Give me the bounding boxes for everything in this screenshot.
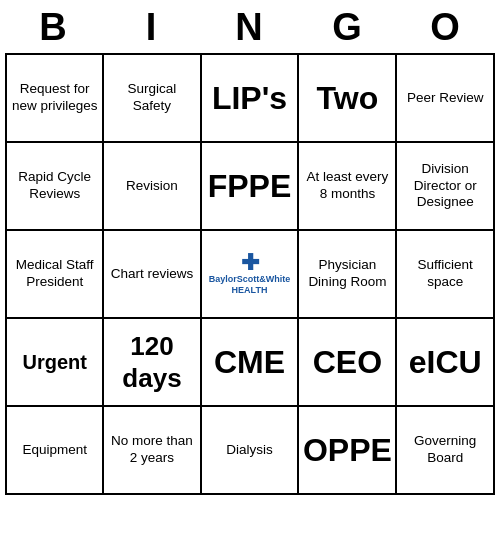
cell-r1-c0: Rapid Cycle Reviews bbox=[6, 142, 103, 230]
cell-r1-c3: At least every 8 months bbox=[298, 142, 396, 230]
cell-r1-c1: Revision bbox=[103, 142, 200, 230]
cell-r4-c1: No more than 2 years bbox=[103, 406, 200, 494]
title-n: N bbox=[205, 6, 295, 49]
title-b: B bbox=[9, 6, 99, 49]
cell-r0-c4: Peer Review bbox=[396, 54, 494, 142]
cell-r1-c2: FPPE bbox=[201, 142, 299, 230]
bingo-grid: Request for new privilegesSurgical Safet… bbox=[5, 53, 495, 495]
cell-r2-c2: ✚ BaylorScott&WhiteHEALTH bbox=[201, 230, 299, 318]
cell-r2-c1: Chart reviews bbox=[103, 230, 200, 318]
cell-r3-c3: CEO bbox=[298, 318, 396, 406]
bsl-logo: ✚ BaylorScott&WhiteHEALTH bbox=[206, 252, 294, 296]
cell-r3-c1: 120 days bbox=[103, 318, 200, 406]
title-i: I bbox=[107, 6, 197, 49]
title-g: G bbox=[303, 6, 393, 49]
cell-r4-c2: Dialysis bbox=[201, 406, 299, 494]
cell-r3-c2: CME bbox=[201, 318, 299, 406]
cell-r0-c3: Two bbox=[298, 54, 396, 142]
cell-r0-c2: LIP's bbox=[201, 54, 299, 142]
cell-r3-c0: Urgent bbox=[6, 318, 103, 406]
cell-r0-c0: Request for new privileges bbox=[6, 54, 103, 142]
bsl-cross-icon: ✚ bbox=[241, 252, 259, 274]
cell-r2-c3: Physician Dining Room bbox=[298, 230, 396, 318]
cell-r4-c0: Equipment bbox=[6, 406, 103, 494]
cell-r2-c0: Medical Staff President bbox=[6, 230, 103, 318]
cell-r3-c4: eICU bbox=[396, 318, 494, 406]
cell-r2-c4: Sufficient space bbox=[396, 230, 494, 318]
cell-r0-c1: Surgical Safety bbox=[103, 54, 200, 142]
bingo-title: B I N G O bbox=[5, 0, 495, 53]
bsl-text: BaylorScott&WhiteHEALTH bbox=[209, 274, 291, 296]
title-o: O bbox=[401, 6, 491, 49]
cell-r4-c4: Governing Board bbox=[396, 406, 494, 494]
cell-r4-c3: OPPE bbox=[298, 406, 396, 494]
cell-r1-c4: Division Director or Designee bbox=[396, 142, 494, 230]
